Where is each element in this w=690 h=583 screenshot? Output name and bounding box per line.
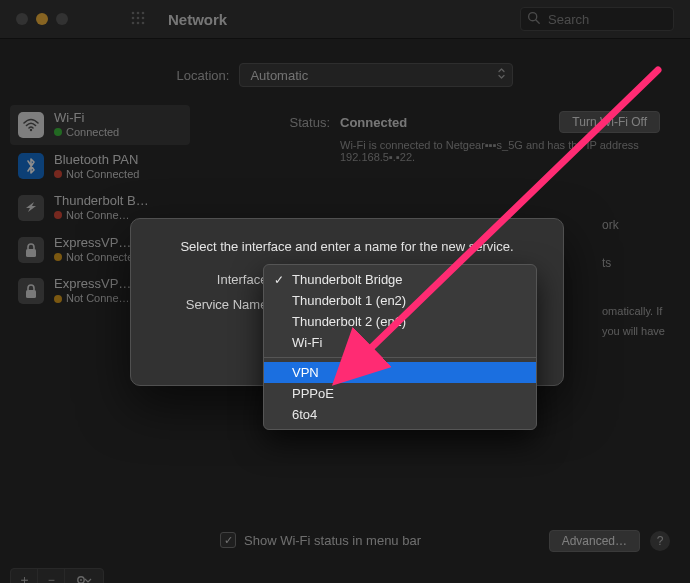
menu-item-thunderbolt-1-en2-[interactable]: Thunderbolt 1 (en2)	[264, 290, 536, 311]
interface-menu[interactable]: ✓Thunderbolt BridgeThunderbolt 1 (en2)Th…	[263, 264, 537, 430]
menu-item-label: Thunderbolt 1 (en2)	[292, 293, 406, 308]
menu-item-thunderbolt-2-en1-[interactable]: Thunderbolt 2 (en1)	[264, 311, 536, 332]
menu-item-label: 6to4	[292, 407, 317, 422]
checkmark-icon: ✓	[274, 273, 284, 287]
sheet-prompt: Select the interface and enter a name fo…	[151, 239, 543, 254]
interface-label: Interface:	[151, 272, 271, 287]
menu-item-vpn[interactable]: VPN	[264, 362, 536, 383]
menu-separator	[264, 357, 536, 358]
menu-item-label: Thunderbolt 2 (en1)	[292, 314, 406, 329]
menu-item-label: Wi-Fi	[292, 335, 322, 350]
menu-item-thunderbolt-bridge[interactable]: ✓Thunderbolt Bridge	[264, 269, 536, 290]
network-preferences-window: Network Location: Automatic Wi-FiConnect…	[0, 0, 690, 583]
service-name-label: Service Name:	[151, 297, 271, 312]
menu-item-6to4[interactable]: 6to4	[264, 404, 536, 425]
menu-item-label: PPPoE	[292, 386, 334, 401]
menu-item-pppoe[interactable]: PPPoE	[264, 383, 536, 404]
menu-item-wi-fi[interactable]: Wi-Fi	[264, 332, 536, 353]
menu-item-label: VPN	[292, 365, 319, 380]
menu-item-label: Thunderbolt Bridge	[292, 272, 403, 287]
